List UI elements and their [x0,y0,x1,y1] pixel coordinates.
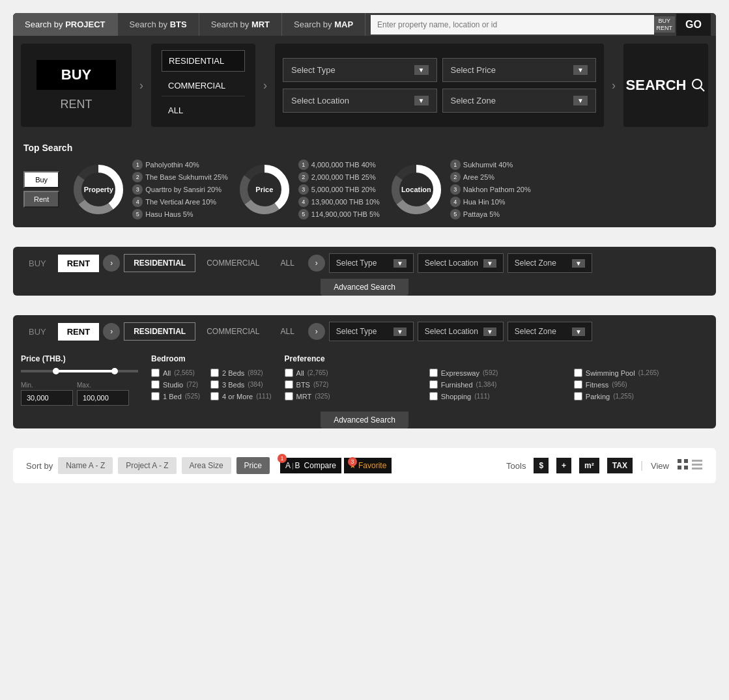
search-map-btn[interactable]: Search by MAP [282,13,365,36]
pref-parking[interactable]: Parking (1,255) [574,392,708,400]
price-thumb-min[interactable] [53,368,59,374]
compact-arrow-4[interactable]: › [308,323,325,340]
type-commercial[interactable]: COMMERCIAL [162,76,245,96]
search-action-btn: SEARCH [626,77,706,94]
favorite-btn[interactable]: 3 ★ Favorite [344,458,392,473]
select-price[interactable]: Select Price ▼ [442,58,597,82]
bedroom-all[interactable]: All (2,565) [151,369,200,377]
list-item: 2The Base Sukhumvit 25% [132,172,228,182]
bedroom-section-title: Bedroom [151,354,272,363]
price-section-title: Price (THB.) [21,354,138,363]
divider-2: › [261,44,270,127]
compact-search-widget: BUY RENT › RESIDENTIAL COMMERCIAL ALL › … [13,247,716,296]
price-min-input[interactable] [21,390,73,406]
price-donut: Price [238,163,291,216]
tool-tax[interactable]: TAX [607,458,633,473]
bedroom-studio[interactable]: Studio (72) [151,380,200,389]
compact-select-location-2[interactable]: Select Location ▼ [418,322,504,341]
pref-furnished[interactable]: Furnished (1,384) [429,380,564,389]
buy-button[interactable]: BUY [36,60,116,90]
select-type[interactable]: Select Type ▼ [283,58,437,82]
bedroom-1bed[interactable]: 1 Bed (525) [151,392,200,400]
compact-select-zone[interactable]: Select Zone ▼ [507,253,592,273]
select-zone[interactable]: Select Zone ▼ [442,89,597,113]
compact-rent-2[interactable]: RENT [58,323,99,341]
pref-all[interactable]: All (2,765) [285,369,419,377]
top-search-grid: Buy Rent Property 1Paholyothin 40% 2The [23,160,706,219]
adv-row: Price (THB.) Min. Max. [21,354,708,406]
pref-expressway[interactable]: Expressway (592) [429,369,564,377]
compact-arrow[interactable]: › [103,255,120,272]
price-thumb-max[interactable] [111,368,118,374]
bedroom-2beds[interactable]: 2 Beds (892) [210,369,271,377]
compact-select-zone-2[interactable]: Select Zone ▼ [507,322,592,341]
list-item: 1Sukhumvit 40% [450,160,531,170]
filter-row-2: Select Location ▼ Select Zone ▼ [283,89,596,113]
sort-right: Tools $ + m² TAX | View [506,458,703,473]
pref-swimming-pool[interactable]: Swimming Pool (1,265) [574,369,708,377]
bedroom-3beds[interactable]: 3 Beds (384) [210,380,271,389]
compact-buy[interactable]: BUY [21,255,54,272]
search-project-btn[interactable]: Search by PROJECT [13,13,118,36]
compact-tab-residential-2[interactable]: RESIDENTIAL [124,322,195,341]
search-mrt-btn[interactable]: Search by MRT [199,13,282,36]
compact-bar: BUY RENT › RESIDENTIAL COMMERCIAL ALL › … [13,247,716,279]
rent-button[interactable]: RENT [36,98,116,111]
compact-zone-arrow-2: ▼ [572,328,585,336]
rent-small-btn[interactable]: Rent [23,191,59,208]
buy-rent-col: BUY RENT [21,44,132,127]
price-list: 14,000,000 THB 40% 22,000,000 THB 25% 35… [298,160,380,219]
property-donut-label: Property [84,186,113,193]
compact-select-type-2[interactable]: Select Type ▼ [329,322,414,341]
compact-tab-residential[interactable]: RESIDENTIAL [124,254,195,272]
compact-tab-all-2[interactable]: ALL [270,322,304,341]
compare-btn[interactable]: 1 A | B Compare [280,458,341,473]
grid-view-btn[interactable] [677,458,689,473]
pref-bts[interactable]: BTS (572) [285,380,419,389]
advanced-search-btn-1[interactable]: Advanced Search [321,279,408,296]
list-view-btn[interactable] [691,458,703,473]
compact-arrow-3[interactable]: › [103,323,120,340]
compact-tab-commercial-2[interactable]: COMMERCIAL [197,322,269,341]
type-residential[interactable]: RESIDENTIAL [162,50,245,72]
svg-rect-14 [678,459,681,463]
tool-dollar[interactable]: $ [534,458,549,473]
tool-m2[interactable]: m² [579,458,599,473]
preference-section-title: Preference [285,354,708,363]
search-bts-btn[interactable]: Search by BTS [118,13,199,36]
grid-icon [677,458,689,470]
price-slider-fill [56,370,115,372]
select-price-arrow: ▼ [573,65,588,75]
pref-shopping[interactable]: Shopping (111) [429,392,564,400]
search-input[interactable] [371,15,654,35]
price-slider[interactable] [21,370,138,372]
compact-buy-2[interactable]: BUY [21,323,54,341]
compact-select-location[interactable]: Select Location ▼ [418,253,504,273]
price-max-input[interactable] [77,390,129,406]
divider-1: › [137,44,146,127]
compact-tab-commercial[interactable]: COMMERCIAL [197,254,269,272]
pref-mrt[interactable]: MRT (325) [285,392,419,400]
advanced-search-btn-2[interactable]: Advanced Search [321,412,408,428]
buy-small-btn[interactable]: Buy [23,171,59,188]
select-location[interactable]: Select Location ▼ [283,89,437,113]
compact-select-type[interactable]: Select Type ▼ [329,253,414,273]
select-zone-arrow: ▼ [573,96,588,105]
compact-rent[interactable]: RENT [58,255,99,272]
sort-name-az[interactable]: Name A - Z [58,457,113,474]
sort-area-size[interactable]: Area Size [182,457,231,474]
type-all[interactable]: ALL [162,100,245,120]
bedroom-4more[interactable]: 4 or More (111) [210,392,271,400]
compact-location-arrow: ▼ [483,259,496,268]
list-item: 14,000,000 THB 40% [298,160,380,170]
sort-project-az[interactable]: Project A - Z [118,457,176,474]
tool-plus[interactable]: + [556,458,571,473]
compact-tab-all[interactable]: ALL [270,254,304,272]
list-item: 1Paholyothin 40% [132,160,228,170]
bedroom-col-2: 2 Beds (892) 3 Beds (384) 4 or More (111… [210,369,271,400]
sort-price[interactable]: Price [236,457,270,474]
compact-arrow-2[interactable]: › [308,255,325,272]
pref-fitness[interactable]: Fitness (956) [574,380,708,389]
search-action-col[interactable]: SEARCH [623,44,708,127]
go-button[interactable]: GO [676,14,711,36]
